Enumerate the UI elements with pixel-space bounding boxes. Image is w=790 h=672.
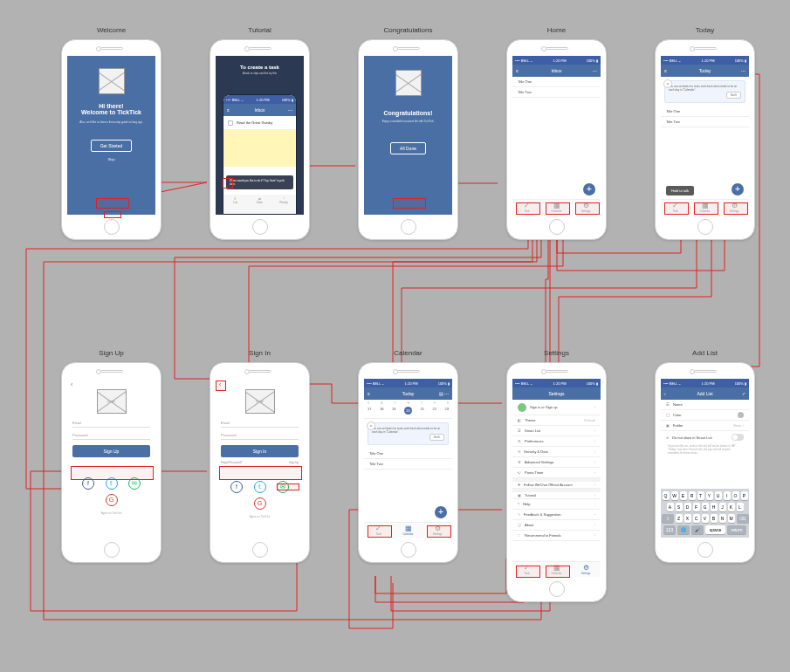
settings-row[interactable]: ✎Feedback & Suggestion› (512, 510, 601, 520)
hotspot[interactable] (664, 202, 689, 215)
settings-row[interactable]: ✚Follow WeChat Official Account› (512, 478, 601, 489)
settings-row[interactable]: ◧ThemeDefault (512, 415, 601, 426)
more-icon[interactable]: ▤ ⋯ (439, 391, 449, 396)
hotspot[interactable] (71, 466, 154, 480)
key[interactable]: R (689, 491, 696, 500)
google-icon[interactable]: G (106, 494, 118, 506)
hide-toggle-row[interactable]: ⊘Do not show in Smart List (661, 431, 749, 443)
hotspot[interactable] (223, 178, 233, 189)
get-started-button[interactable]: Get Started (91, 140, 133, 152)
add-fab[interactable]: + (583, 183, 595, 195)
hotspot[interactable] (216, 381, 226, 391)
key[interactable]: J (719, 503, 726, 511)
menu-icon[interactable]: ≡ (664, 68, 667, 73)
key[interactable]: M (728, 514, 735, 523)
hotspot[interactable] (96, 198, 129, 209)
today-date[interactable]: 20 (404, 407, 412, 415)
signin-button[interactable]: Sign In (221, 445, 299, 457)
key[interactable]: Q (663, 491, 670, 500)
toggle-off[interactable] (732, 434, 744, 441)
key[interactable]: Y (706, 491, 713, 500)
tab-settings[interactable]: ⚙Settings (571, 562, 601, 577)
key[interactable]: N (719, 514, 726, 523)
name-field[interactable]: ☰Name (661, 400, 749, 410)
back-icon[interactable]: ‹ (664, 391, 666, 396)
key[interactable]: A (667, 503, 674, 511)
list-item[interactable]: Title Two (512, 87, 601, 98)
key[interactable]: X (684, 514, 691, 523)
add-fab[interactable]: + (435, 506, 447, 518)
settings-row[interactable]: ▣Tutorial› (512, 489, 601, 499)
close-icon[interactable]: × (663, 79, 672, 88)
tab-calendar[interactable]: ▦Calendar (394, 523, 423, 538)
hotspot[interactable] (427, 525, 451, 538)
hotspot[interactable] (516, 202, 540, 215)
key[interactable]: C (693, 514, 700, 523)
key[interactable]: S (676, 503, 683, 511)
add-fab[interactable]: + (732, 183, 744, 195)
menu-icon[interactable]: ≡ (227, 107, 230, 113)
key[interactable]: E (680, 491, 687, 500)
menu-icon[interactable]: ≡ (368, 391, 370, 396)
hotspot[interactable] (516, 566, 540, 578)
hold-to-talk[interactable]: Hold to talk (666, 186, 694, 195)
key[interactable]: W (671, 491, 678, 500)
back-icon[interactable]: ‹ (71, 381, 72, 387)
forgot-password-link[interactable]: Forgot Password? (221, 461, 242, 464)
got-it-button[interactable]: Got It (429, 434, 444, 441)
hotspot[interactable] (694, 202, 718, 215)
key[interactable]: D (684, 503, 691, 511)
menu-icon[interactable]: ≡ (516, 68, 519, 73)
hotspot[interactable] (546, 566, 570, 578)
list-item[interactable]: Title Two (661, 117, 749, 127)
list-item[interactable]: Title Two (364, 459, 452, 470)
hotspot[interactable] (219, 466, 302, 480)
settings-row[interactable]: ♡Recommend to Friends› (512, 531, 601, 541)
done-icon[interactable]: ✓ (742, 391, 745, 396)
settings-row[interactable]: ⚙Preferences› (512, 436, 601, 447)
settings-row[interactable]: ⟲Security & Data› (512, 447, 601, 457)
google-icon[interactable]: G (254, 497, 266, 510)
color-field[interactable]: ◯Color (661, 410, 749, 421)
skip-link[interactable]: Skip (108, 157, 115, 161)
signup-link[interactable]: Sign Up (289, 461, 299, 464)
hotspot[interactable] (368, 525, 392, 538)
hotspot[interactable] (104, 211, 121, 218)
more-icon[interactable]: ⋯ (288, 107, 292, 113)
settings-row[interactable]: ⏱Pomo Timer› (512, 468, 601, 478)
hotspot[interactable] (575, 202, 600, 215)
key[interactable]: G (702, 503, 709, 511)
key[interactable]: O (732, 491, 739, 500)
key[interactable]: P (741, 491, 748, 500)
task-item[interactable]: Read the Great Gatsby (237, 120, 272, 125)
list-item[interactable]: Title One (364, 449, 452, 459)
keyboard[interactable]: QWERTYUIOP ASDFGHJKL ⇧ZXCVBNM⌫ 123 🌐 🎤 s… (661, 489, 749, 538)
key[interactable]: I (724, 491, 731, 500)
list-item[interactable]: Title One (661, 106, 749, 117)
signin-row[interactable]: Sign in or Sign up› (512, 400, 601, 415)
twitter-icon[interactable]: 𝕥 (254, 481, 266, 493)
key[interactable]: K (728, 503, 735, 511)
settings-row[interactable]: ⓘAbout› (512, 520, 601, 531)
more-icon[interactable]: ⋯ (593, 68, 597, 73)
key[interactable]: V (702, 514, 709, 523)
all-done-button[interactable]: All Done (390, 142, 426, 154)
key[interactable]: T (697, 491, 704, 500)
settings-row[interactable]: ?Help› (512, 499, 601, 510)
settings-row[interactable]: ⚒Advanced Settings› (512, 457, 601, 468)
key[interactable]: L (737, 503, 744, 511)
hotspot[interactable] (393, 198, 426, 209)
key[interactable]: U (715, 491, 722, 500)
folder-field[interactable]: ▣FolderNone › (661, 421, 749, 431)
got-it-button[interactable]: Got It (726, 92, 741, 99)
key[interactable]: Z (676, 514, 683, 523)
settings-row[interactable]: ☰Smart List› (512, 426, 601, 436)
key[interactable]: B (711, 514, 718, 523)
list-item[interactable]: Title One (512, 77, 601, 87)
signup-button[interactable]: Sign Up (72, 445, 150, 457)
hotspot[interactable] (724, 202, 748, 215)
more-icon[interactable]: ⋯ (741, 68, 745, 73)
facebook-icon[interactable]: f (230, 481, 243, 493)
key[interactable]: F (693, 503, 700, 511)
hotspot[interactable] (546, 202, 570, 215)
